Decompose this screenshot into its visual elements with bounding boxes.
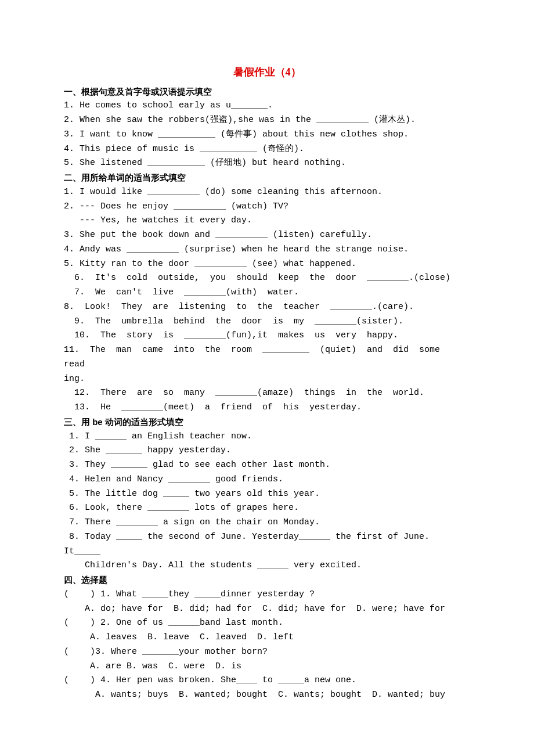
s4-q1a: ( ) 1. What _____they _____dinner yester… <box>64 588 470 602</box>
s1-q3: 3. I want to know ___________ (每件事) abou… <box>64 128 470 142</box>
s4-q4b: A. wants; buys B. wanted; bought C. want… <box>64 688 470 703</box>
section-3-header: 三、用 be 动词的适当形式填空 <box>64 415 470 430</box>
s2-q2a: 2. --- Does he enjoy __________ (watch) … <box>64 200 470 214</box>
s2-q11b: ing. <box>64 372 470 387</box>
s3-q7: 7. There ________ a sign on the chair on… <box>64 516 470 530</box>
s4-q2a: ( ) 2. One of us ______band last month. <box>64 616 470 631</box>
s3-q8b: Children's Day. All the students ______ … <box>64 559 470 573</box>
s2-q11a: 11. The man came into the room _________… <box>64 343 470 372</box>
s2-q5: 5. Kitty ran to the door __________ (see… <box>64 257 470 272</box>
s4-q2b: A. leaves B. leave C. leaved D. left <box>64 631 470 645</box>
section-2-header: 二、用所给单词的适当形式填空 <box>64 171 470 185</box>
s3-q1: 1. I ______ an English teacher now. <box>64 430 470 444</box>
section-4-header: 四、选择题 <box>64 573 470 588</box>
s3-q4: 4. Helen and Nancy ________ good friends… <box>64 473 470 487</box>
s1-q1: 1. He comes to school early as u_______. <box>64 99 470 113</box>
s3-q8a: 8. Today _____ the second of June. Yeste… <box>64 530 470 559</box>
s1-q4: 4. This piece of music is ___________ (奇… <box>64 142 470 157</box>
s2-q4: 4. Andy was __________ (surprise) when h… <box>64 243 470 257</box>
s4-q1b: A. do; have for B. did; had for C. did; … <box>64 602 470 617</box>
s4-q3a: ( )3. Where _______your mother born? <box>64 645 470 660</box>
s3-q2: 2. She _______ happy yesterday. <box>64 444 470 458</box>
s2-q12: 12. There are so many ________(amaze) th… <box>64 386 470 401</box>
s3-q3: 3. They _______ glad to see each other l… <box>64 458 470 473</box>
s2-q9: 9. The umbrella behind the door is my __… <box>64 315 470 329</box>
page-title: 暑假作业（4） <box>64 64 470 81</box>
s2-q1: 1. I would like __________ (do) some cle… <box>64 185 470 200</box>
s2-q3: 3. She put the book down and __________ … <box>64 228 470 243</box>
s2-q10: 10. The story is ________(fun),it makes … <box>64 329 470 343</box>
s2-q7: 7. We can't live ________(with) water. <box>64 286 470 300</box>
s3-q5: 5. The little dog _____ two years old th… <box>64 487 470 502</box>
section-1-header: 一、根据句意及首字母或汉语提示填空 <box>64 85 470 99</box>
s4-q3b: A. are B. was C. were D. is <box>64 660 470 674</box>
s2-q2b: --- Yes, he watches it every day. <box>64 214 470 228</box>
s2-q13: 13. He ________(meet) a friend of his ye… <box>64 401 470 415</box>
s1-q2: 2. When she saw the robbers(强盗),she was … <box>64 113 470 128</box>
s3-q6: 6. Look, there ________ lots of grapes h… <box>64 501 470 516</box>
s2-q8: 8. Look! They are listening to the teach… <box>64 300 470 315</box>
s4-q4a: ( ) 4. Her pen was broken. She____ to __… <box>64 674 470 688</box>
s2-q6: 6. It's cold outside, you should keep th… <box>64 271 470 286</box>
s1-q5: 5. She listened ___________ (仔细地) but he… <box>64 156 470 171</box>
